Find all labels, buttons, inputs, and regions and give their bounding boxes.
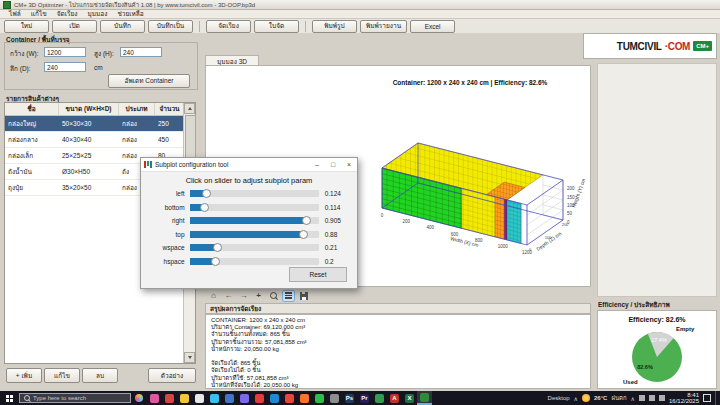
zoom-icon[interactable] — [267, 290, 280, 302]
container-3d-plot[interactable]: 0200400600800100012000501001502000100200… — [362, 68, 578, 268]
home-icon[interactable]: ⌂ — [207, 290, 220, 302]
slider-top[interactable] — [190, 231, 319, 238]
weather-desc[interactable]: ฝนตก — [611, 393, 626, 403]
menu-item-แก้ไข[interactable]: แก้ไข — [26, 9, 52, 19]
toolbar-button-ใหม่[interactable]: ใหม่ — [4, 20, 49, 33]
slider-value: 0.2 — [325, 258, 349, 265]
line-icon[interactable] — [312, 391, 327, 405]
tray-expand-icon[interactable]: ∧ — [631, 395, 635, 402]
depth-input[interactable]: 240 — [44, 62, 86, 72]
menu-item-จัดเรียง[interactable]: จัดเรียง — [52, 9, 83, 19]
camera-app-icon-glyph — [165, 394, 174, 403]
start-button[interactable] — [0, 391, 18, 405]
store-icon[interactable] — [192, 391, 207, 405]
example-button[interactable]: ตัวอย่าง — [148, 368, 196, 383]
slider-handle[interactable] — [211, 257, 220, 266]
file-explorer-icon[interactable] — [177, 391, 192, 405]
tray-display-icon[interactable] — [639, 395, 645, 401]
pan-icon[interactable]: + — [252, 290, 265, 302]
scroll-up-arrow-icon[interactable] — [184, 103, 195, 114]
summary-box[interactable]: CONTAINER: 1200 x 240 x 240 cm ปริมาตร C… — [205, 314, 591, 389]
slider-handle[interactable] — [213, 243, 222, 252]
toolbar-button-ใบจัด[interactable]: ใบจัด — [254, 20, 299, 33]
optimizer-app-icon[interactable] — [417, 391, 432, 405]
taskbar-clock[interactable]: 8:41 16/12/2025 — [669, 392, 699, 405]
toolbar-button-Excel[interactable]: Excel — [410, 20, 455, 33]
weather-temp[interactable]: 26°C — [594, 395, 607, 401]
show-desktop-button[interactable] — [715, 391, 718, 405]
slider-bottom[interactable] — [190, 204, 319, 211]
file-explorer-icon-glyph — [180, 394, 189, 403]
acrobat-icon[interactable]: A — [387, 391, 402, 405]
mail-icon-glyph — [225, 394, 234, 403]
tray-volume-icon[interactable] — [659, 395, 665, 401]
update-container-button[interactable]: อัพเดท Container — [108, 74, 190, 88]
acrobat-icon-glyph: A — [390, 394, 399, 403]
slider-handle[interactable] — [200, 203, 209, 212]
premiere-icon[interactable]: Pr — [357, 391, 372, 405]
slider-label: right — [149, 217, 185, 224]
weather-icon[interactable] — [582, 394, 590, 402]
maximize-icon[interactable]: □ — [325, 158, 341, 171]
taskbar-search[interactable]: Type here to search — [19, 393, 131, 403]
column-header: ประเภท — [119, 103, 155, 115]
gimp-icon[interactable] — [327, 391, 342, 405]
subplot-config-dialog[interactable]: Subplot configuration tool – □ × Click o… — [140, 157, 358, 289]
minimize-icon[interactable]: – — [309, 158, 325, 171]
tick-label: 200 — [567, 186, 575, 191]
toolbar-button-บันทึกเป็น[interactable]: บันทึกเป็น — [148, 20, 193, 33]
toolbar-button-บันทึก[interactable]: บันทึก — [100, 20, 145, 33]
slider-handle[interactable] — [299, 230, 308, 239]
tray-network-icon[interactable] — [649, 395, 655, 401]
scroll-down-arrow-icon[interactable] — [184, 352, 195, 363]
paint3d-icon[interactable] — [147, 391, 162, 405]
toolbar-button-เปิด[interactable]: เปิด — [52, 20, 97, 33]
edge-icon[interactable] — [207, 391, 222, 405]
sketchup-icon[interactable] — [372, 391, 387, 405]
toolbar-button-พิมพ์รายงาน[interactable]: พิมพ์รายงาน — [360, 20, 407, 33]
opera-icon[interactable] — [252, 391, 267, 405]
height-input[interactable]: 240 — [120, 47, 162, 57]
photos-icon[interactable] — [237, 391, 252, 405]
menu-item-ไฟล์[interactable]: ไฟล์ — [4, 9, 26, 19]
slider-handle[interactable] — [202, 189, 211, 198]
add-item-button[interactable]: + เพิ่ม — [6, 368, 42, 383]
camera-app-icon[interactable] — [162, 391, 177, 405]
dialog-titlebar[interactable]: Subplot configuration tool – □ × — [141, 158, 357, 172]
menu-item-ช่วยเหลือ[interactable]: ช่วยเหลือ — [112, 9, 148, 19]
configure-subplots-icon[interactable] — [282, 290, 295, 302]
close-icon[interactable]: × — [341, 158, 357, 171]
slider-left[interactable] — [190, 190, 319, 197]
desktop-toolbar-label[interactable]: Desktop — [548, 395, 570, 401]
back-icon[interactable]: ← — [222, 290, 235, 302]
browser-icon[interactable] — [267, 391, 282, 405]
width-input[interactable]: 1200 — [44, 47, 86, 57]
chrome-icon[interactable] — [282, 391, 297, 405]
slider-label: top — [149, 231, 185, 238]
action-center-icon[interactable] — [703, 394, 711, 402]
photoshop-icon[interactable]: Ps — [342, 391, 357, 405]
slider-list: left0.124bottom0.114right0.905top0.88wsp… — [141, 187, 357, 268]
cortana-icon[interactable] — [135, 394, 143, 402]
mail-icon[interactable] — [222, 391, 237, 405]
dialog-title: Subplot configuration tool — [155, 161, 309, 168]
desktop-caret-icon[interactable]: ∧ — [574, 395, 578, 402]
forward-icon[interactable]: → — [237, 290, 250, 302]
table-row[interactable]: กล่องใหญ่50×30×30กล่อง250 — [5, 116, 195, 132]
toolbar-button-พิมพ์รูป[interactable]: พิมพ์รูป — [312, 20, 357, 33]
firefox-icon[interactable] — [297, 391, 312, 405]
excel-icon[interactable]: X — [402, 391, 417, 405]
delete-item-button[interactable]: ลบ — [82, 368, 118, 383]
save-icon[interactable] — [297, 290, 310, 302]
table-row[interactable]: กล่องกลาง40×30×40กล่อง450 — [5, 132, 195, 148]
slider-hspace[interactable] — [190, 258, 319, 265]
reset-button[interactable]: Reset — [289, 267, 347, 282]
toolbar-button-จัดเรียง[interactable]: จัดเรียง — [206, 20, 251, 33]
slider-right[interactable] — [190, 217, 319, 224]
slider-handle[interactable] — [302, 216, 311, 225]
edit-item-button[interactable]: แก้ไข — [44, 368, 80, 383]
table-cell: กล่องเล็ก — [5, 148, 59, 163]
menu-item-มุมมอง[interactable]: มุมมอง — [82, 9, 112, 19]
slider-value: 0.21 — [325, 244, 349, 251]
slider-wspace[interactable] — [190, 244, 319, 251]
